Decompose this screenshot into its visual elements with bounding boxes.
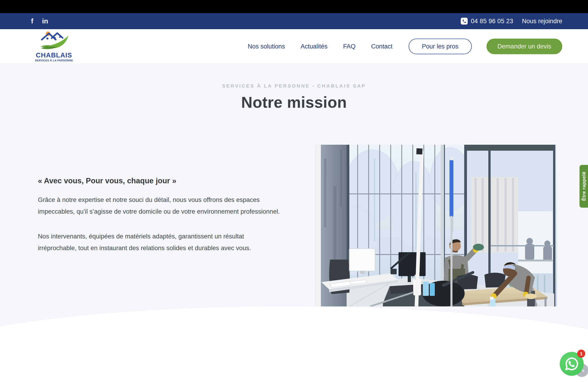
mission-photo bbox=[315, 145, 557, 306]
topbar-right: 04 85 96 05 23 Nous rejoindre bbox=[461, 18, 562, 25]
facebook-icon[interactable]: f bbox=[31, 18, 33, 24]
page-title: Notre mission bbox=[0, 93, 588, 111]
top-black-strip bbox=[0, 0, 588, 13]
page: f in 04 85 96 05 23 Nous rejoindre bbox=[0, 0, 588, 382]
topbar: f in 04 85 96 05 23 Nous rejoindre bbox=[0, 13, 588, 29]
mission-paragraph-2: Nos intervenants, équipées de matériels … bbox=[38, 230, 284, 254]
nav-faq[interactable]: FAQ bbox=[343, 43, 356, 50]
join-us-link[interactable]: Nous rejoindre bbox=[522, 18, 562, 25]
bottom-wave bbox=[0, 306, 588, 382]
social-links: f in bbox=[31, 18, 48, 24]
whatsapp-icon bbox=[564, 356, 579, 371]
logo[interactable]: CHABLAIS SERVICES À LA PERSONNE bbox=[31, 30, 77, 62]
logo-tagline: SERVICES À LA PERSONNE bbox=[35, 59, 73, 62]
main-nav: Nos solutions Actualités FAQ Contact bbox=[248, 43, 393, 50]
pour-les-pros-button[interactable]: Pour les pros bbox=[409, 39, 472, 54]
phone-number: 04 85 96 05 23 bbox=[471, 18, 513, 25]
nav-nos-solutions[interactable]: Nos solutions bbox=[248, 43, 285, 50]
logo-graphic bbox=[39, 30, 69, 51]
mission-paragraph-1: Grâce à notre expertise et notre souci d… bbox=[38, 194, 284, 217]
phone-icon bbox=[461, 18, 468, 24]
logo-name: CHABLAIS bbox=[36, 52, 72, 59]
whatsapp-badge[interactable]: 1 bbox=[577, 350, 585, 358]
site-header: CHABLAIS SERVICES À LA PERSONNE Nos solu… bbox=[0, 29, 588, 64]
mission-text: « Avec vous, Pour vous, chaque jour » Gr… bbox=[38, 176, 284, 254]
callback-tab[interactable]: Être rappelé bbox=[580, 165, 588, 208]
nav-actualites[interactable]: Actualités bbox=[301, 43, 328, 50]
nav-contact[interactable]: Contact bbox=[371, 43, 393, 50]
callback-tab-label: Être rappelé bbox=[581, 171, 587, 201]
linkedin-icon[interactable]: in bbox=[42, 18, 48, 24]
demander-un-devis-button[interactable]: Demander un devis bbox=[486, 39, 562, 54]
quote-heading: « Avec vous, Pour vous, chaque jour » bbox=[38, 176, 284, 185]
phone-link[interactable]: 04 85 96 05 23 bbox=[461, 18, 513, 25]
section-kicker: SERVICES À LA PERSONNE - CHABLAIS SAP bbox=[0, 83, 588, 89]
